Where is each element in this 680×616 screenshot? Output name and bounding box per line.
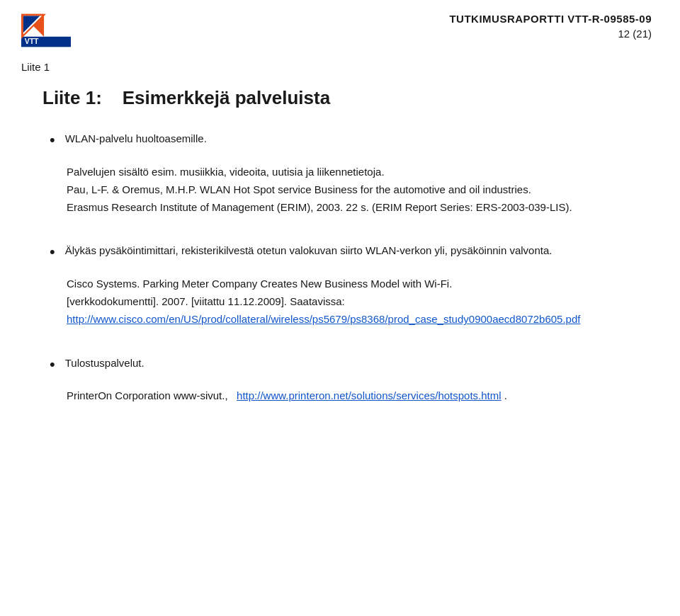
ref2-link[interactable]: http://www.cisco.com/en/US/prod/collater… — [67, 313, 580, 325]
page-number: 12 (21) — [449, 28, 652, 40]
header: VTT TUTKIMUSRAPORTTI VTT-R-09585-09 12 (… — [0, 0, 680, 55]
report-title: TUTKIMUSRAPORTTI VTT-R-09585-09 — [449, 13, 652, 25]
main-heading: Liite 1: Esimerkkejä palveluista — [42, 87, 638, 109]
page: VTT TUTKIMUSRAPORTTI VTT-R-09585-09 12 (… — [0, 0, 680, 616]
ref3-line: PrinterOn Corporation www-sivut., http:/… — [67, 387, 638, 404]
bullet-section-2: • Älykäs pysäköintimittari, rekisterikil… — [42, 242, 638, 263]
bullet-text-3: Tulostuspalvelut. — [65, 355, 144, 371]
bullet-item-1: • WLAN-palvelu huoltoasemille. — [42, 130, 638, 151]
reference-block-3: PrinterOn Corporation www-sivut., http:/… — [67, 387, 638, 404]
header-right: TUTKIMUSRAPORTTI VTT-R-09585-09 12 (21) — [449, 13, 652, 40]
svg-text:VTT: VTT — [25, 37, 39, 45]
ref3-link[interactable]: http://www.printeron.net/solutions/servi… — [237, 389, 502, 401]
ref1-line2: Pau, L-F. & Oremus, M.H.P. WLAN Hot Spot… — [67, 181, 638, 198]
reference-block-2: Cisco Systems. Parking Meter Company Cre… — [67, 275, 638, 328]
main-heading-label: Liite 1: — [42, 87, 102, 108]
bullet-text-2: Älykäs pysäköintimittari, rekisterikilve… — [65, 242, 552, 258]
reference-block-1: Palvelujen sisältö esim. musiikkia, vide… — [67, 164, 638, 216]
main-heading-text: Esimerkkejä palveluista — [123, 87, 330, 108]
bullet-section-3: • Tulostuspalvelut. — [42, 355, 638, 375]
ref3-text: PrinterOn Corporation www-sivut., — [67, 389, 228, 401]
bullet-text-1: WLAN-palvelu huoltoasemille. — [65, 130, 207, 147]
bullet-section-1: • WLAN-palvelu huoltoasemille. — [42, 130, 638, 151]
ref3-punctuation: . — [504, 389, 507, 401]
content-area: Liite 1: Esimerkkejä palveluista • WLAN-… — [0, 73, 680, 440]
ref1-line3: Erasmus Research Institute of Management… — [67, 199, 638, 215]
bullet-dot-1: • — [50, 130, 55, 151]
ref1-line1: Palvelujen sisältö esim. musiikkia, vide… — [67, 164, 638, 180]
bullet-item-2: • Älykäs pysäköintimittari, rekisterikil… — [42, 242, 638, 263]
ref2-line2: [verkkodokumentti]. 2007. [viitattu 11.1… — [67, 293, 638, 309]
logo-area: VTT — [21, 13, 71, 48]
ref2-link-line: http://www.cisco.com/en/US/prod/collater… — [67, 311, 638, 327]
vtt-logo: VTT — [21, 13, 71, 48]
bullet-dot-3: • — [50, 355, 55, 375]
liite-label: Liite 1 — [0, 55, 680, 73]
bullet-item-3: • Tulostuspalvelut. — [42, 355, 638, 375]
ref2-line1: Cisco Systems. Parking Meter Company Cre… — [67, 275, 638, 292]
bullet-dot-2: • — [50, 242, 55, 263]
